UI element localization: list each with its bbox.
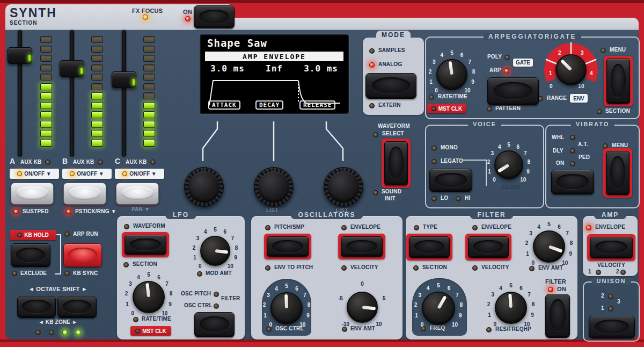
aux-c-onoff: ON/OFF ▼ (115, 169, 164, 179)
fan-10-label: 10 (578, 83, 584, 89)
meter-a-seg-9 (40, 111, 52, 118)
filter-env-button[interactable] (465, 234, 511, 261)
freq-knob-scale-10: 10 (452, 322, 458, 328)
lfo-rate-knob-scale-1: 1 (126, 301, 129, 307)
fader-c-track[interactable] (122, 30, 126, 157)
octave-down-button[interactable] (17, 296, 56, 318)
amp-env-button-cap[interactable] (590, 237, 633, 258)
lfo-mod-amt-knob[interactable] (200, 236, 230, 266)
waveform-select-button-cap[interactable] (384, 141, 408, 185)
kb-hold-button[interactable] (11, 243, 50, 267)
res-knob-scale-5: 5 (509, 283, 513, 288)
mod-amt-label: MOD AMT (206, 270, 232, 276)
mode-button[interactable] (365, 73, 416, 99)
waveform-select-led (373, 132, 378, 138)
analog-led (369, 62, 375, 68)
meter-a-seg-4 (40, 64, 52, 71)
osc-env-button[interactable] (338, 234, 385, 259)
pattern-label: PATTERN (495, 105, 521, 111)
arp-run-button[interactable] (63, 243, 102, 267)
filter-type-button[interactable] (406, 234, 452, 261)
meter-b-seg-4 (91, 64, 103, 71)
zone-led-1 (35, 330, 41, 335)
freq-knob-scale-4: 4 (427, 285, 430, 291)
osc-env-button-cap[interactable] (341, 236, 383, 257)
lfo-rate-knob-scale-8: 8 (170, 291, 173, 297)
amp-v1-label: 1 (588, 269, 591, 274)
glide-knob-scale-6: 6 (516, 144, 519, 150)
aux-a-button[interactable] (11, 183, 54, 205)
arp-range-knob[interactable] (555, 54, 587, 85)
res-knob-scale-0: 0 (494, 321, 497, 327)
sustped-label: SUSTPED (23, 208, 49, 214)
lfo-rate-knob[interactable] (133, 281, 165, 313)
freq-knob[interactable] (422, 292, 455, 325)
voice-button[interactable] (429, 169, 472, 192)
osc-env-amt-knob[interactable] (347, 292, 378, 323)
filter-env-button-cap[interactable] (468, 236, 509, 258)
filter-velocity-label: VELOCITY (481, 264, 509, 270)
filter-env-amt-knob[interactable] (533, 230, 565, 263)
pitch-smp-label: PITCH/SMP (274, 224, 304, 230)
vibrato-menu-button-cap[interactable] (606, 151, 630, 195)
dly-label: DLY (553, 148, 564, 154)
osc-env-amt-knob-scale-5: 5 (383, 295, 386, 301)
fader-b-track[interactable] (70, 30, 74, 157)
lfo-mod-amt-knob-scale-3: 3 (196, 235, 200, 241)
lfo-osc-ctrl-led (214, 303, 219, 309)
vibrato-button[interactable] (551, 170, 594, 194)
soft-knob-2[interactable] (254, 167, 294, 207)
soft-knob-1[interactable] (184, 167, 224, 207)
arp-menu-label: MENU (610, 47, 626, 53)
arp-section-button[interactable] (604, 56, 633, 106)
kb-sync-led (64, 271, 70, 276)
filter-on-button[interactable] (545, 294, 570, 338)
soft-knob-3[interactable] (324, 167, 363, 207)
aux-b-button[interactable] (63, 183, 106, 205)
octave-up-button[interactable] (57, 296, 97, 318)
waveform-select-button[interactable] (382, 139, 411, 188)
lfo-rate-knob-scale-6: 6 (157, 274, 160, 280)
lfo-mod-amt-knob-scale-8: 8 (235, 244, 238, 250)
amp-env-button[interactable] (587, 234, 635, 261)
arp-section-button-cap[interactable] (606, 59, 630, 104)
osc-velocity-led (341, 265, 347, 271)
arp-rate-knob[interactable] (436, 59, 467, 90)
fader-a[interactable] (8, 47, 32, 64)
vibrato-menu-button[interactable] (603, 148, 632, 198)
meter-a-seg-6 (40, 83, 52, 90)
osc-ctrl-knob[interactable] (270, 292, 303, 324)
synth-on-button[interactable] (194, 5, 235, 28)
gate-tag: GATE (513, 59, 533, 67)
fader-c[interactable] (112, 71, 136, 88)
osc-pitch-button-cap[interactable] (267, 236, 309, 257)
unison-3-label: 3 (617, 299, 620, 305)
lfo-filter-label: FILTER (221, 295, 240, 301)
osc-env-amt-knob-scale-10: 10 (376, 321, 382, 327)
mono-led (431, 146, 437, 151)
lfo-clk-button[interactable] (194, 312, 235, 337)
glide-knob[interactable] (494, 150, 523, 179)
sound-init-led (373, 190, 378, 196)
filter-env-amt-knob-scale-1: 1 (526, 250, 529, 256)
res-knob[interactable] (495, 292, 527, 324)
arp-rate-knob-scale-5: 5 (450, 50, 453, 56)
pattern-button[interactable] (487, 77, 539, 105)
unison-button[interactable] (589, 316, 635, 338)
lfo-waveform-button[interactable] (122, 232, 169, 257)
meter-c-seg-6 (143, 83, 155, 90)
arp-rate-time-label: RATE/TIME (438, 93, 467, 99)
freq-knob-scale-1: 1 (415, 313, 418, 319)
lo-led (431, 196, 437, 201)
res-knob-scale-2: 2 (487, 301, 491, 307)
freq-knob-scale-6: 6 (448, 285, 451, 291)
type-label: TYPE (423, 224, 437, 230)
unison-2-label: 2 (601, 293, 604, 299)
lfo-waveform-button-cap[interactable] (125, 235, 166, 255)
glide-knob-scale-4: 4 (498, 144, 501, 150)
filter-type-button-cap[interactable] (409, 236, 450, 258)
osc-pitch-button[interactable] (264, 234, 311, 259)
filter-env-amt-knob-scale-8: 8 (570, 240, 573, 246)
aux-c-button[interactable] (116, 183, 159, 205)
fader-b[interactable] (60, 60, 84, 77)
